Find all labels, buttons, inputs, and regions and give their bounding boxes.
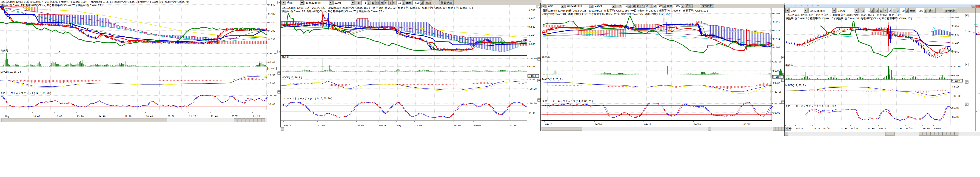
svg-text:500: 500 (676, 4, 680, 7)
svg-text:12:00: 12:00 (415, 124, 422, 127)
svg-text:T: T (651, 4, 652, 7)
svg-text:230.00: 230.00 (268, 53, 277, 55)
svg-text:18:40: 18:40 (146, 115, 153, 118)
svg-text:05/02: 05/02 (743, 123, 750, 126)
svg-text:出来高: 出来高 (0, 49, 8, 52)
svg-text:日経225mini: 日経225mini (306, 1, 321, 4)
svg-text:May: May (5, 115, 10, 118)
svg-text:出来高: 出来高 (282, 55, 289, 58)
svg-text:20.00: 20.00 (528, 78, 535, 81)
svg-text:本数: 本数 (667, 5, 672, 7)
svg-text:22.50: 22.50 (268, 74, 275, 77)
svg-text:500: 500 (415, 2, 420, 4)
svg-text:21:20: 21:20 (189, 115, 196, 118)
svg-text:04/26: 04/26 (595, 123, 602, 126)
svg-text:T: T (893, 10, 895, 12)
svg-text:1: 1 (365, 2, 366, 4)
svg-text:60: 60 (902, 10, 905, 12)
svg-text:-7.00: -7.00 (268, 82, 275, 85)
svg-text:9,360: 9,360 (952, 51, 959, 53)
svg-text:35.00: 35.00 (268, 103, 275, 106)
svg-text:スロー・ストキャスティクス( 14, 3, 80, 20 ): スロー・ストキャスティクス( 14, 3, 80, 20 ) (0, 92, 51, 95)
svg-text:9,615: 9,615 (952, 25, 959, 27)
svg-text:9,445: 9,445 (773, 38, 780, 40)
svg-text:16:30: 16:30 (896, 127, 902, 130)
svg-text:スロー・ストキャスティクス( 14, 3, 80, 20 ): スロー・ストキャスティクス( 14, 3, 80, 20 ) (542, 100, 593, 103)
svg-text:スロー・ストキャスティクス( 14, 3, 80, 20 ): スロー・ストキャスティクス( 14, 3, 80, 20 ) (282, 97, 332, 100)
svg-text:MACD( 12, 26, 9 ): MACD( 12, 26, 9 ) (542, 78, 563, 80)
svg-text:日: 日 (372, 2, 374, 4)
svg-text:165.00: 165.00 (952, 66, 961, 68)
svg-text:04/27: 04/27 (284, 124, 291, 127)
svg-text:足: 足 (861, 10, 864, 13)
svg-text:足: 足 (358, 2, 361, 4)
svg-text:85.00: 85.00 (268, 61, 275, 64)
svg-text:100.00: 100.00 (268, 95, 277, 97)
svg-text:適用: 適用 (686, 4, 692, 7)
svg-text:04/27: 04/27 (879, 127, 886, 130)
svg-text:日経225mini 12/06( 30分, 2012/04/: 日経225mini 12/06( 30分, 2012/04/23 - 2012/… (542, 9, 708, 12)
svg-text:9,380: 9,380 (268, 30, 275, 32)
svg-text:-20.00: -20.00 (528, 88, 537, 90)
svg-text:9,330: 9,330 (268, 38, 275, 41)
svg-text:1: 1 (625, 4, 627, 7)
svg-text:日経225mini: 日経225mini (810, 9, 825, 13)
svg-text:20:00: 20:00 (454, 124, 461, 127)
svg-text:9,615: 9,615 (773, 21, 780, 24)
svg-text:日経225mini: 日経225mini (566, 4, 582, 7)
svg-text:9,530: 9,530 (528, 26, 535, 28)
svg-text:MACD( 12, 26, 9 ): MACD( 12, 26, 9 ) (785, 84, 806, 87)
svg-text:移動平均( Close, 25 ) 移動平均( Clos: 移動平均( Close, 25 ) 移動平均( Close, 20 ) 移動平均… (282, 10, 383, 13)
svg-text:月: 月 (380, 2, 383, 4)
svg-text:MACD( 12, 26, 9 ): MACD( 12, 26, 9 ) (0, 70, 21, 73)
svg-text:16:30: 16:30 (868, 127, 875, 130)
svg-text:20:00: 20:00 (357, 124, 364, 127)
svg-text:日: 日 (633, 4, 635, 7)
svg-text:複数銘柄: 複数銘柄 (441, 1, 452, 4)
svg-text:-35.00: -35.00 (952, 95, 961, 98)
svg-text:16:30: 16:30 (840, 127, 847, 130)
svg-text:01:20: 01:20 (253, 115, 260, 118)
svg-text:04/28: 04/28 (906, 127, 913, 130)
svg-text:月: 月 (641, 4, 644, 7)
svg-text:150.00: 150.00 (528, 57, 537, 60)
svg-text:移動平均( Close, 25 ) 移動平均( Clos: 移動平均( Close, 25 ) 移動平均( Close, 20 ) 移動平均… (0, 4, 102, 7)
svg-text:9,700: 9,700 (773, 13, 780, 15)
svg-text:先物: 先物 (287, 1, 293, 4)
svg-text:100.00: 100.00 (773, 103, 781, 105)
svg-text:35.00: 35.00 (952, 116, 959, 119)
svg-text:100.00: 100.00 (528, 102, 537, 105)
svg-text:35.00: 35.00 (773, 112, 780, 114)
svg-text:週: 週 (637, 4, 640, 7)
svg-text:複数銘柄: 複数銘柄 (945, 9, 956, 13)
svg-text:先物: 先物 (548, 4, 553, 7)
svg-text:× 100: × 100 (268, 68, 274, 70)
svg-text:13:20: 13:20 (77, 115, 84, 118)
svg-text:16:30: 16:30 (923, 127, 930, 130)
svg-text:-30.00: -30.00 (773, 91, 781, 93)
svg-text:04/27: 04/27 (644, 123, 651, 126)
svg-text:9,540: 9,540 (268, 4, 275, 6)
svg-text:9,435: 9,435 (268, 21, 275, 24)
svg-text:60.00: 60.00 (952, 74, 959, 77)
svg-text:12:00: 12:00 (509, 124, 516, 127)
svg-text:12:00: 12:00 (55, 115, 62, 118)
svg-text:× 1000: × 1000 (773, 76, 781, 78)
svg-text:9,445: 9,445 (952, 42, 959, 45)
svg-text:6:30: 6:30 (786, 127, 792, 130)
svg-text:× 1000: × 1000 (528, 75, 536, 77)
svg-text:05/02: 05/02 (474, 124, 481, 127)
svg-text:12/06: 12/06 (595, 4, 602, 7)
svg-text:20:00: 20:00 (167, 115, 175, 118)
svg-text:9,700: 9,700 (952, 16, 959, 19)
svg-text:本数: 本数 (910, 10, 915, 13)
svg-text:分: 分 (385, 2, 388, 4)
svg-text:分: 分 (393, 2, 396, 4)
svg-text:出来高: 出来高 (542, 56, 550, 58)
svg-text:25.00: 25.00 (952, 86, 959, 89)
svg-text:適用: 適用 (929, 9, 934, 13)
svg-text:May: May (397, 124, 401, 127)
svg-text:9,360: 9,360 (528, 43, 535, 46)
svg-text:40.00: 40.00 (528, 112, 535, 114)
svg-text:T: T (390, 2, 391, 4)
